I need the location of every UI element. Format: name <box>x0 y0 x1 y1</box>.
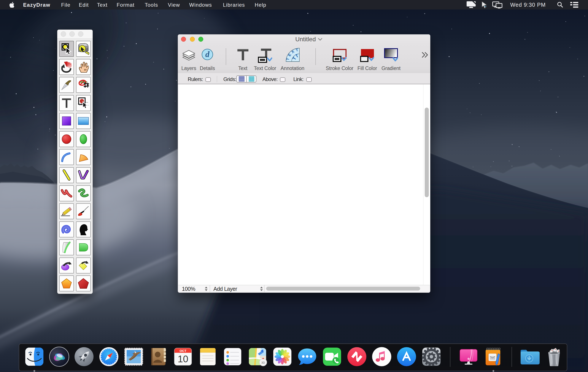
svg-text:OCT: OCT <box>179 349 186 352</box>
svg-text:d: d <box>205 50 210 59</box>
svg-text:10: 10 <box>178 354 188 364</box>
svg-text:3D: 3D <box>261 361 265 364</box>
